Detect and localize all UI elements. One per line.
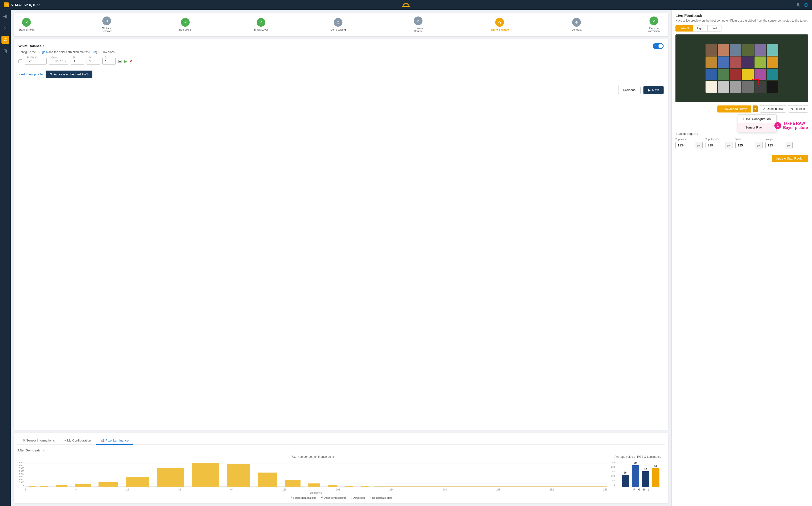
step-gamma-correction[interactable]: ✓ Gamma correction bbox=[644, 16, 664, 32]
x-224: 224 bbox=[390, 488, 394, 491]
sidebar-file-icon[interactable] bbox=[1, 48, 9, 55]
steps-bar: ✓ Starting Point ⊘ Statistic Removal ✓ B… bbox=[14, 13, 668, 36]
download-action[interactable]: ↓ Download bbox=[350, 496, 364, 499]
step-label-statistic-removal: Statistic Removal bbox=[97, 27, 116, 32]
download-dump-label: Download Dump bbox=[724, 107, 747, 111]
color-cell bbox=[766, 44, 778, 56]
activate-awb-button[interactable]: ⚙ Activate embedded AWB bbox=[46, 71, 92, 78]
step-contrast[interactable]: ⊘ Contrast bbox=[571, 18, 582, 31]
open-in-new-button[interactable]: ↗ Open in new bbox=[760, 105, 786, 112]
x-255: 255 bbox=[603, 488, 607, 491]
step-label-white-balance: White Balance bbox=[491, 28, 509, 31]
add-new-profile-button[interactable]: + Add new profile bbox=[18, 73, 43, 76]
annotation-bubble: 1 Take a RAWBayer picture bbox=[775, 121, 778, 130]
step-exposure-control[interactable]: ⊘ Exposure Control bbox=[408, 16, 428, 32]
color-cell bbox=[706, 69, 717, 81]
by-255: 255 bbox=[611, 461, 615, 464]
step-circle-black-level: ✓ bbox=[257, 18, 265, 27]
svg-rect-34 bbox=[157, 468, 184, 487]
delete-icon[interactable]: ✕ bbox=[129, 59, 133, 64]
color-cell bbox=[766, 69, 778, 81]
y-4000: 4,000 bbox=[17, 478, 24, 481]
top-right-y-input[interactable] bbox=[706, 142, 725, 149]
mode-tab-light[interactable]: Light bbox=[693, 25, 708, 31]
refresh-icon: ↺ bbox=[791, 107, 794, 110]
color-cell bbox=[754, 57, 766, 68]
profile-row: Profile id Color Temperature K R G bbox=[18, 58, 664, 65]
mode-tab-dark[interactable]: Dark bbox=[708, 25, 722, 31]
step-statistic-removal[interactable]: ⊘ Statistic Removal bbox=[97, 16, 116, 32]
gain-link[interactable]: gain bbox=[42, 51, 48, 54]
download-dump-button[interactable]: ↓ Download Dump bbox=[717, 105, 751, 112]
sidebar-sliders-icon[interactable] bbox=[1, 36, 9, 44]
svg-point-8 bbox=[4, 27, 5, 28]
step-connector-5 bbox=[346, 22, 408, 22]
next-button[interactable]: ▶ Next bbox=[643, 86, 664, 94]
color-cell bbox=[706, 81, 717, 93]
bar-l-value: 53 bbox=[654, 465, 657, 467]
step-circle-starting-point: ✓ bbox=[22, 18, 31, 27]
histogram-row: 16,000 14,000 12,000 10,000 8,000 6,000 … bbox=[17, 460, 607, 494]
height-input[interactable] bbox=[766, 142, 785, 149]
color-cell bbox=[730, 81, 742, 93]
tab-my-config[interactable]: ≡ My Configuration bbox=[60, 437, 96, 445]
wb-toggle[interactable]: ✓ bbox=[653, 43, 664, 49]
tab-pixel-luminance[interactable]: 📊 Pixel Luminance bbox=[96, 437, 134, 445]
step-circle-exposure-control: ⊘ bbox=[414, 16, 422, 25]
bar-g-value: 69 bbox=[634, 461, 637, 464]
svg-point-13 bbox=[5, 38, 7, 39]
wb-subtitle: Configure the ISP gain and the color cor… bbox=[18, 51, 664, 54]
sidebar-tune-icon[interactable] bbox=[1, 24, 9, 32]
ccm-link[interactable]: CCM bbox=[89, 51, 96, 54]
download-dropdown-arrow[interactable]: ▾ bbox=[752, 105, 758, 112]
wb-info-icon[interactable]: ℹ bbox=[43, 44, 45, 48]
y-16000: 16,000 bbox=[17, 461, 24, 464]
histogram-x-labels: 4 8 16 32 64 128 192 224 240 248 252 bbox=[25, 488, 607, 491]
tab-sensor-info[interactable]: ⚙ Sensor information's bbox=[17, 437, 60, 445]
svg-rect-39 bbox=[308, 484, 320, 487]
svg-rect-41 bbox=[345, 486, 353, 487]
histogram-chart-area: 4 8 16 32 64 128 192 224 240 248 252 bbox=[25, 460, 607, 494]
svg-rect-33 bbox=[126, 478, 149, 487]
refresh-button[interactable]: ↺ Refresh bbox=[788, 105, 808, 112]
step-bad-pixels[interactable]: ✓ Bad pixels bbox=[179, 18, 191, 31]
after-demosaicing-title: After Demosaicing bbox=[17, 448, 664, 452]
step-white-balance[interactable]: ◑ White Balance bbox=[491, 18, 509, 31]
globe-icon[interactable]: 🌐 bbox=[804, 3, 808, 7]
search-icon[interactable]: 🔍 bbox=[797, 3, 800, 7]
color-cell bbox=[742, 44, 754, 56]
previous-button[interactable]: Previous bbox=[618, 86, 641, 94]
width-input[interactable] bbox=[736, 142, 755, 149]
by-150: 150 bbox=[611, 471, 615, 473]
grid-icon[interactable]: ⊞ bbox=[118, 59, 122, 64]
play-icon[interactable]: ▶ bbox=[124, 59, 127, 64]
step-circle-bad-pixels: ✓ bbox=[181, 18, 190, 27]
g-label: G bbox=[88, 56, 91, 59]
wb-header: White Balance ℹ ✓ bbox=[18, 43, 664, 49]
height-suffix: px bbox=[785, 142, 792, 149]
recalculate-action[interactable]: ~ Recalculate stats bbox=[370, 496, 392, 499]
topbar: ST STM32 ISP IQTune 🔍 🌐 bbox=[0, 0, 812, 10]
mode-tab-default[interactable]: Default bbox=[675, 25, 693, 31]
download-dropdown-menu: ⊞ ISP Configuration ○ Sensor Raw 1 Take … bbox=[738, 114, 777, 132]
svg-rect-40 bbox=[328, 485, 337, 487]
dropdown-sensor-raw[interactable]: ○ Sensor Raw 1 Take a RAWBayer picture bbox=[738, 123, 776, 132]
width-suffix: px bbox=[755, 142, 762, 149]
step-black-level[interactable]: ✓ Black Level bbox=[254, 18, 268, 31]
profile-checkbox[interactable] bbox=[18, 59, 22, 63]
bar-letter-r: R bbox=[634, 488, 635, 491]
update-stat-region-button[interactable]: Update Stat. Region bbox=[772, 155, 808, 162]
bar-r-value: 29 bbox=[624, 471, 627, 474]
sidebar-home-icon[interactable] bbox=[1, 13, 9, 20]
color-cell bbox=[742, 57, 754, 68]
refresh-label: Refresh bbox=[795, 107, 805, 110]
before-demosaicing-action[interactable]: ↺ Before demosaicing bbox=[290, 496, 316, 499]
after-demosaicing-action[interactable]: ↺ After demosaicing bbox=[321, 496, 346, 499]
top-left-x-input[interactable] bbox=[676, 142, 695, 149]
step-starting-point[interactable]: ✓ Starting Point bbox=[18, 18, 34, 31]
svg-point-14 bbox=[4, 40, 6, 41]
dropdown-isp-config[interactable]: ⊞ ISP Configuration bbox=[738, 115, 776, 123]
step-demosaicing[interactable]: ⊘ Demosaicing bbox=[330, 18, 346, 31]
download-area: ↓ Download Dump ▾ ↗ Open in new ↺ Refres… bbox=[675, 105, 808, 112]
color-cell bbox=[718, 69, 729, 81]
